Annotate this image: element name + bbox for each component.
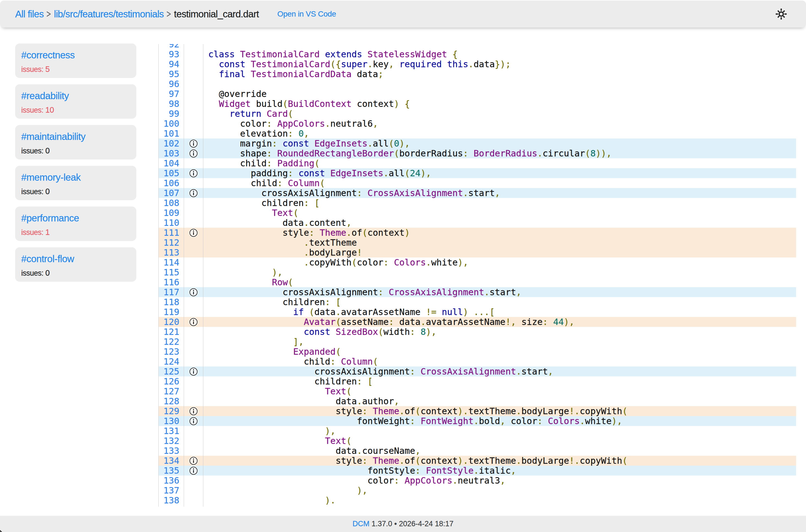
code-token: textTheme (468, 406, 516, 416)
code-line: 112 .textTheme (158, 238, 796, 248)
code-token: 0 (299, 128, 304, 139)
info-icon[interactable] (189, 417, 198, 426)
code-token: : (267, 148, 272, 158)
code-text: children: [ (203, 297, 796, 307)
tag-link[interactable]: #control-flow (21, 253, 130, 264)
code-text: data.content, (203, 218, 796, 228)
code-token: textTheme (468, 455, 516, 466)
code-line: 103 shape: RoundedRectangleBorder(border… (158, 148, 796, 158)
issue-gutter (184, 347, 203, 357)
code-text: ), (203, 486, 796, 495)
info-icon[interactable] (189, 466, 198, 475)
code-line: 129 style: Theme.of(context).textTheme.b… (158, 406, 796, 416)
code-text: return Card( (203, 109, 796, 119)
code-line: 133 data.courseName, (158, 446, 796, 456)
code-token: class (208, 49, 235, 59)
info-icon[interactable] (189, 139, 198, 148)
code-token (208, 485, 357, 496)
code-line: 106 child: Column( (158, 178, 796, 188)
code-text: if (data.avatarAssetName != null) ...[ (203, 307, 796, 317)
code-token: CrossAxisAlignment (368, 188, 463, 198)
code-token: crossAxisAlignment (208, 188, 357, 198)
code-viewer[interactable]: 9293class TestimonialCard extends Statel… (158, 44, 796, 507)
theme-toggle-button[interactable] (776, 8, 787, 20)
code-token: ! (357, 247, 362, 258)
code-line: 98 Widget build(BuildContext context) { (158, 99, 796, 109)
code-text: child: Padding( (203, 158, 796, 168)
code-text: style: Theme.of(context).textTheme.bodyL… (203, 456, 796, 466)
code-token: ( (309, 307, 314, 317)
tag-issue-count: issues: 0 (21, 268, 130, 278)
code-token: ( (394, 148, 399, 158)
code-text: const TestimonialCard({super.key, requir… (203, 59, 796, 69)
code-token (304, 307, 309, 317)
code-token: Text (272, 208, 293, 218)
open-in-vscode-link[interactable]: Open in VS Code (277, 10, 336, 18)
code-token (208, 257, 304, 268)
code-line: 104 child: Padding( (158, 158, 796, 168)
code-token: data (208, 396, 357, 406)
code-token: ( (336, 346, 341, 357)
info-icon[interactable] (189, 149, 198, 158)
code-token: extends (325, 49, 362, 59)
code-token: !, (505, 317, 516, 327)
sun-icon (776, 8, 787, 20)
code-token (208, 267, 272, 278)
code-token: , (500, 416, 505, 426)
breadcrumb-all-files[interactable]: All files (15, 8, 44, 20)
code-token: . (336, 307, 341, 317)
code-token: Widget (219, 99, 251, 109)
tag-issue-count: issues: 1 (21, 227, 130, 237)
code-text: .bodyLarge! (203, 248, 796, 258)
code-token: assetName (341, 317, 389, 327)
line-number: 101 (158, 129, 184, 138)
issue-gutter (184, 208, 203, 218)
code-token: , (346, 217, 352, 228)
code-token: ( (288, 277, 293, 287)
code-text: style: Theme.of(context).textTheme.bodyL… (203, 406, 796, 416)
code-text: children: [ (203, 198, 796, 208)
breadcrumb-folder[interactable]: lib/src/features/testimonials (54, 8, 164, 20)
info-icon[interactable] (189, 407, 198, 416)
code-text: data.courseName, (203, 446, 796, 456)
info-icon[interactable] (189, 169, 198, 178)
code-token: : (304, 198, 309, 208)
code-token: color (505, 416, 538, 426)
code-token: . (325, 118, 330, 129)
code-token: child (208, 178, 277, 188)
code-token: , (394, 396, 399, 406)
info-icon[interactable] (189, 456, 198, 466)
info-icon[interactable] (189, 228, 198, 238)
code-token: ( (362, 227, 368, 238)
line-number: 95 (158, 69, 184, 79)
tag-link[interactable]: #performance (21, 213, 130, 223)
code-token: , (495, 188, 500, 198)
code-line: 93class TestimonialCard extends Stateles… (158, 49, 796, 59)
code-token (245, 59, 251, 70)
code-token: ( (293, 208, 298, 218)
code-text: crossAxisAlignment: CrossAxisAlignment.s… (203, 287, 796, 297)
code-token: context (420, 455, 458, 466)
line-number: 130 (158, 416, 184, 426)
dcm-link[interactable]: DCM (353, 519, 370, 528)
code-token: Theme (320, 227, 346, 238)
code-text: Text( (203, 208, 796, 218)
issue-gutter (184, 337, 203, 347)
info-icon[interactable] (189, 288, 198, 297)
tag-link[interactable]: #memory-leak (21, 172, 130, 183)
tag-link[interactable]: #correctness (21, 50, 130, 60)
issue-gutter (184, 49, 203, 59)
code-token: Colors (394, 257, 426, 268)
tag-link[interactable]: #readability (21, 91, 130, 101)
info-icon[interactable] (189, 189, 198, 198)
info-icon[interactable] (189, 318, 198, 327)
tag-link[interactable]: #maintainability (21, 131, 130, 142)
code-token: child (208, 356, 330, 367)
code-token: ( (405, 168, 410, 178)
code-token: borderRadius (399, 148, 463, 158)
code-token: circular (543, 148, 585, 158)
info-icon[interactable] (189, 367, 198, 376)
code-token: , (415, 445, 420, 456)
code-token (389, 257, 394, 268)
code-line: 94 const TestimonialCard({super.key, req… (158, 59, 796, 69)
